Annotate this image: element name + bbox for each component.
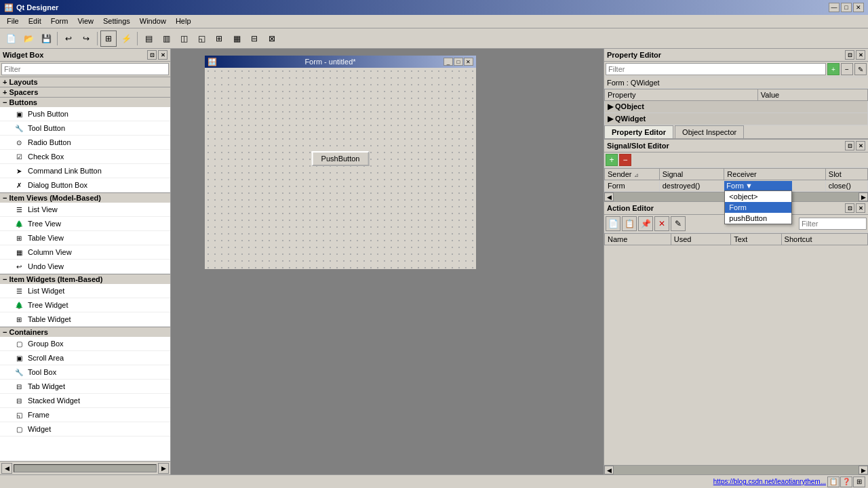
- dropdown-item-pushbutton[interactable]: pushButton: [725, 213, 791, 224]
- ae-scroll-left[interactable]: ◀: [604, 466, 614, 474]
- form-minimize[interactable]: _: [443, 58, 453, 66]
- tb-widget-edit[interactable]: ⊞: [100, 30, 117, 47]
- widget-checkbox[interactable]: ☑ Check Box: [0, 150, 170, 164]
- category-containers[interactable]: − Containers: [0, 327, 170, 337]
- ae-copy-btn[interactable]: 📋: [622, 216, 637, 231]
- widget-widget[interactable]: ▢ Widget: [0, 422, 170, 436]
- widget-scrollarea[interactable]: ▣ Scroll Area: [0, 351, 170, 365]
- ae-close[interactable]: ✕: [856, 203, 865, 213]
- widget-toolbutton[interactable]: 🔧 Tool Button: [0, 121, 170, 136]
- scroll-track[interactable]: [14, 464, 157, 472]
- menu-view[interactable]: View: [73, 16, 98, 26]
- widget-tabwidget[interactable]: ⊟ Tab Widget: [0, 380, 170, 394]
- widget-pushbutton[interactable]: ▣ Push Button: [0, 107, 170, 121]
- ae-controls[interactable]: ⊡ ✕: [845, 203, 865, 213]
- widget-box-close[interactable]: ✕: [158, 50, 167, 60]
- se-del-btn[interactable]: −: [619, 154, 631, 166]
- minimize-button[interactable]: —: [829, 3, 840, 12]
- ae-edit-btn[interactable]: ✎: [671, 216, 686, 231]
- ae-float[interactable]: ⊡: [845, 203, 854, 213]
- scroll-right[interactable]: ▶: [158, 463, 169, 474]
- status-btn-2[interactable]: ❓: [840, 476, 852, 487]
- form-maximize[interactable]: □: [454, 58, 463, 66]
- widget-radiobutton[interactable]: ⊙ Radio Button: [0, 136, 170, 150]
- pe-remove-btn[interactable]: −: [841, 63, 853, 75]
- tab-property-editor[interactable]: Property Editor: [604, 125, 673, 138]
- tb-layout-v[interactable]: ▥: [158, 30, 174, 47]
- tb-undo[interactable]: ↩: [60, 30, 77, 47]
- tb-signal-edit[interactable]: ⚡: [118, 30, 134, 47]
- menu-edit[interactable]: Edit: [24, 16, 45, 26]
- menu-file[interactable]: File: [3, 16, 23, 26]
- widget-tableview[interactable]: ⊞ Table View: [0, 231, 170, 245]
- widget-treeview[interactable]: 🌲 Tree View: [0, 217, 170, 231]
- ae-scrollbar[interactable]: ◀ ▶: [604, 465, 868, 474]
- tb-redo[interactable]: ↪: [78, 30, 94, 47]
- se-receiver-0[interactable]: Form ▼ <object> Form pushButton: [724, 180, 825, 192]
- widget-treewidget[interactable]: 🌲 Tree Widget: [0, 298, 170, 312]
- se-scroll-left[interactable]: ◀: [604, 192, 614, 201]
- tb-layout-form[interactable]: ▦: [229, 30, 245, 47]
- tb-open[interactable]: 📂: [20, 30, 37, 47]
- pe-float[interactable]: ⊡: [845, 50, 854, 60]
- pe-controls[interactable]: ⊡ ✕: [845, 50, 865, 60]
- widget-tablewidget[interactable]: ⊞ Table Widget: [0, 312, 170, 327]
- pe-edit-btn[interactable]: ✎: [854, 63, 867, 75]
- widget-filter-input[interactable]: [1, 63, 169, 75]
- pe-qobject-row[interactable]: ▶ QObject: [605, 101, 868, 113]
- widget-box-controls[interactable]: ⊡ ✕: [147, 50, 167, 60]
- se-add-btn[interactable]: +: [606, 154, 618, 166]
- widget-box-float[interactable]: ⊡: [147, 50, 157, 60]
- form-close[interactable]: ✕: [464, 58, 473, 66]
- category-buttons[interactable]: − Buttons: [0, 97, 170, 107]
- menu-help[interactable]: Help: [172, 16, 195, 26]
- title-bar-controls[interactable]: — □ ✕: [829, 3, 864, 12]
- widget-box-scrollbar[interactable]: ◀ ▶: [0, 461, 170, 474]
- ae-del-btn[interactable]: ✕: [654, 216, 669, 231]
- category-spacers[interactable]: + Spacers: [0, 87, 170, 97]
- menu-settings[interactable]: Settings: [99, 16, 134, 26]
- se-controls[interactable]: ⊡ ✕: [845, 141, 865, 150]
- tb-adjust-size[interactable]: ⊠: [264, 30, 280, 47]
- category-layouts[interactable]: + Layouts: [0, 77, 170, 87]
- widget-listview[interactable]: ☰ List View: [0, 203, 170, 217]
- tb-break-layout[interactable]: ⊟: [246, 30, 262, 47]
- status-link[interactable]: https://blog.csdn.net/leaotianrythem...: [713, 478, 826, 485]
- widget-columnview[interactable]: ▦ Column View: [0, 245, 170, 260]
- ae-scroll-track[interactable]: [614, 466, 859, 474]
- pe-qwidget-row[interactable]: ▶ QWidget: [605, 113, 868, 125]
- pe-add-btn[interactable]: +: [827, 63, 840, 75]
- form-pushbutton[interactable]: PushButton: [312, 151, 370, 166]
- tb-new[interactable]: 📄: [3, 30, 19, 47]
- category-item-widgets[interactable]: − Item Widgets (Item-Based): [0, 274, 170, 284]
- status-btn-1[interactable]: 📋: [827, 476, 840, 487]
- menu-form[interactable]: Form: [47, 16, 73, 26]
- tb-layout-vg[interactable]: ◱: [193, 30, 210, 47]
- receiver-dropdown-menu[interactable]: <object> Form pushButton: [724, 190, 792, 224]
- se-float[interactable]: ⊡: [845, 141, 854, 150]
- category-item-views[interactable]: − Item Views (Model-Based): [0, 192, 170, 203]
- status-btn-3[interactable]: ⊞: [853, 476, 865, 487]
- widget-undoview[interactable]: ↩ Undo View: [0, 260, 170, 274]
- maximize-button[interactable]: □: [841, 3, 852, 12]
- dropdown-item-form[interactable]: Form: [725, 202, 791, 213]
- canvas-area[interactable]: 🪟 Form - untitled* _ □ ✕ PushButton: [171, 49, 604, 474]
- se-scroll-right[interactable]: ▶: [859, 192, 868, 201]
- form-body[interactable]: PushButton: [205, 68, 476, 269]
- menu-window[interactable]: Window: [136, 16, 170, 26]
- dropdown-item-object[interactable]: <object>: [725, 191, 791, 202]
- widget-toolbox[interactable]: 🔧 Tool Box: [0, 365, 170, 380]
- tb-layout-grid[interactable]: ⊞: [211, 30, 227, 47]
- tb-layout-hg[interactable]: ◫: [176, 30, 192, 47]
- tb-layout-h[interactable]: ▤: [140, 30, 157, 47]
- widget-stackedwidget[interactable]: ⊟ Stacked Widget: [0, 394, 170, 408]
- ae-filter-input[interactable]: [799, 218, 867, 230]
- pe-filter-input[interactable]: [606, 63, 826, 75]
- scroll-left[interactable]: ◀: [1, 463, 12, 474]
- se-close[interactable]: ✕: [856, 141, 865, 150]
- form-controls[interactable]: _ □ ✕: [443, 58, 473, 66]
- ae-scroll-right[interactable]: ▶: [859, 466, 868, 474]
- tab-object-inspector[interactable]: Object Inspector: [675, 125, 744, 138]
- receiver-dropdown[interactable]: Form ▼ <object> Form pushButton: [724, 181, 792, 190]
- widget-groupbox[interactable]: ▢ Group Box: [0, 337, 170, 351]
